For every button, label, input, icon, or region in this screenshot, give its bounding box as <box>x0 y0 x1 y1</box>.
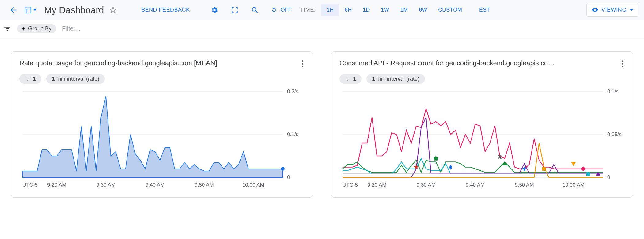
svg-text:9:20 AM: 9:20 AM <box>367 182 386 188</box>
svg-text:9:30 AM: 9:30 AM <box>416 182 435 188</box>
more-menu-icon[interactable] <box>301 59 305 69</box>
timezone-selector[interactable]: EST <box>473 4 496 16</box>
filter-bar: Group By <box>0 20 644 37</box>
toolbar-icons: OFF <box>210 5 292 15</box>
svg-text:0.1/s: 0.1/s <box>287 131 298 137</box>
svg-text:9:50 AM: 9:50 AM <box>515 182 534 188</box>
svg-rect-30 <box>586 172 590 176</box>
svg-text:9:30 AM: 9:30 AM <box>96 182 115 188</box>
svg-text:9:40 AM: 9:40 AM <box>146 182 165 188</box>
svg-text:9:20 AM: 9:20 AM <box>47 182 66 188</box>
star-icon[interactable] <box>108 5 118 15</box>
svg-text:9:40 AM: 9:40 AM <box>466 182 485 188</box>
svg-text:UTC-5: UTC-5 <box>22 182 38 188</box>
card-title: Consumed API - Request count for geocodi… <box>339 59 555 67</box>
svg-text:0: 0 <box>607 174 610 180</box>
time-tab-1m[interactable]: 1M <box>395 4 413 16</box>
chart-area-rate-quota: 00.1/s0.2/sUTC-59:20 AM9:30 AM9:40 AM9:5… <box>19 89 305 191</box>
time-tab-6w[interactable]: 6W <box>413 4 433 16</box>
svg-text:0.1/s: 0.1/s <box>607 89 619 94</box>
chart-lines-request-count: 00.05/s0.1/sUTC-59:20 AM9:30 AM9:40 AM9:… <box>339 89 625 191</box>
group-by-chip[interactable]: Group By <box>17 24 56 33</box>
time-tab-1w[interactable]: 1W <box>375 4 395 16</box>
svg-text:10:00 AM: 10:00 AM <box>242 182 264 188</box>
view-mode-selector[interactable]: VIEWING <box>586 3 638 17</box>
chart-card-rate-quota: Rate quota usage for geocoding-backend.g… <box>11 51 313 198</box>
chart-card-request-count: Consumed API - Request count for geocodi… <box>331 51 633 198</box>
interval-chip[interactable]: 1 min interval (rate) <box>366 74 425 84</box>
svg-rect-27 <box>542 167 546 171</box>
svg-marker-29 <box>581 166 586 171</box>
svg-text:UTC-5: UTC-5 <box>343 182 358 188</box>
zoom-reset-icon[interactable] <box>250 5 260 15</box>
view-mode-label: VIEWING <box>601 7 627 13</box>
filter-count-chip[interactable]: 1 <box>19 74 41 84</box>
auto-refresh-state: OFF <box>281 7 292 13</box>
dashboard-type-selector[interactable] <box>24 6 37 14</box>
settings-gear-icon[interactable] <box>210 5 219 15</box>
auto-refresh-toggle[interactable]: OFF <box>270 6 292 14</box>
dashboard-title: My Dashboard <box>44 5 118 15</box>
dashboard-title-text: My Dashboard <box>44 5 104 15</box>
time-tab-1h[interactable]: 1H <box>321 4 339 16</box>
dashboard-cards: Rate quota usage for geocoding-backend.g… <box>0 37 644 212</box>
card-title: Rate quota usage for geocoding-backend.g… <box>19 59 217 67</box>
time-tab-1d[interactable]: 1D <box>357 4 375 16</box>
group-by-label: Group By <box>28 25 51 32</box>
svg-text:0: 0 <box>287 174 290 180</box>
time-range-tabs: 1H6H1D1W1M6WCUSTOM <box>321 4 468 16</box>
svg-marker-25 <box>434 156 438 160</box>
filter-count-chip[interactable]: 1 <box>339 74 362 84</box>
time-label: TIME: <box>300 7 316 13</box>
filter-input[interactable] <box>61 25 153 32</box>
svg-point-12 <box>281 167 285 171</box>
filter-count: 1 <box>33 76 36 82</box>
svg-text:10:00 AM: 10:00 AM <box>563 182 585 188</box>
time-tab-custom[interactable]: CUSTOM <box>433 4 468 16</box>
top-toolbar: My Dashboard SEND FEEDBACK OFF TIME: 1H6… <box>0 0 644 20</box>
svg-marker-28 <box>571 162 576 166</box>
filter-list-icon[interactable] <box>2 24 12 34</box>
chevron-down-icon <box>33 9 37 11</box>
back-arrow-icon[interactable] <box>9 5 18 15</box>
chevron-down-icon <box>630 9 633 11</box>
svg-text:9:50 AM: 9:50 AM <box>195 182 214 188</box>
send-feedback-link[interactable]: SEND FEEDBACK <box>141 7 190 13</box>
filter-count: 1 <box>353 76 356 82</box>
more-menu-icon[interactable] <box>621 59 625 69</box>
interval-chip[interactable]: 1 min interval (rate) <box>46 74 105 84</box>
fullscreen-icon[interactable] <box>230 5 240 15</box>
svg-text:0.2/s: 0.2/s <box>287 89 298 94</box>
svg-text:0.05/s: 0.05/s <box>607 131 621 137</box>
time-tab-6h[interactable]: 6H <box>339 4 357 16</box>
